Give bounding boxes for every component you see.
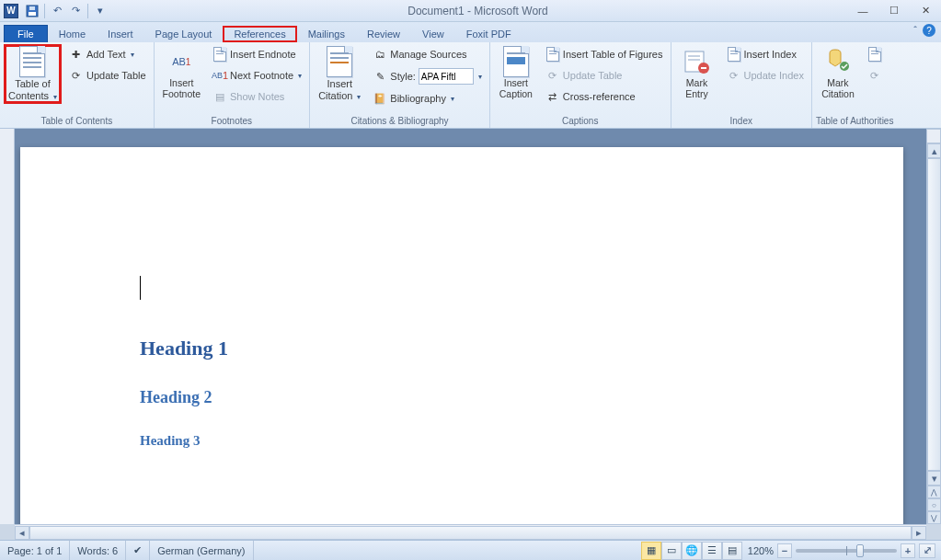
save-icon[interactable] (24, 3, 40, 19)
mark-entry-button[interactable]: Mark Entry (675, 44, 719, 102)
next-page-icon[interactable]: ⋁ (927, 511, 941, 524)
scroll-up-icon[interactable]: ▴ (927, 143, 941, 158)
table-of-contents-button[interactable]: Table of Contents ▾ (4, 44, 62, 104)
caption-icon (503, 46, 529, 77)
svg-rect-2 (29, 6, 35, 10)
ruler-toggle-button[interactable] (926, 129, 941, 143)
minimize-button[interactable]: — (847, 2, 878, 20)
zoom-in-button[interactable]: + (901, 543, 915, 558)
tab-home[interactable]: Home (48, 26, 97, 42)
title-bar: W ↶ ↷ ▾ Document1 - Microsoft Word — ☐ ✕ (0, 0, 941, 22)
tab-references[interactable]: References (223, 26, 296, 42)
style-icon: ✎ (373, 69, 387, 84)
insert-table-of-figures-button[interactable]: Insert Table of Figures (542, 44, 667, 64)
qat-customize-icon[interactable]: ▾ (92, 3, 109, 19)
bibliography-icon: 📔 (373, 91, 387, 106)
close-button[interactable]: ✕ (910, 2, 941, 20)
next-footnote-button[interactable]: AB1Next Footnote▾ (209, 65, 305, 86)
text-cursor (140, 276, 141, 300)
vertical-scrollbar[interactable]: ▴ ▾ ⋀ ○ ⋁ (926, 143, 941, 524)
vscroll-thumb[interactable] (927, 158, 941, 471)
cross-reference-button[interactable]: ⇄Cross-reference (542, 86, 667, 107)
group-captions: Insert Caption Insert Table of Figures ⟳… (490, 42, 671, 128)
undo-icon[interactable]: ↶ (49, 3, 65, 19)
minimize-ribbon-icon[interactable]: ˆ (913, 25, 917, 36)
zoom-fit-button[interactable]: ⤢ (919, 543, 935, 558)
zoom-knob[interactable] (856, 544, 864, 557)
group-table-of-contents: Table of Contents ▾ ✚Add Text▾ ⟳Update T… (0, 42, 155, 128)
heading-2-text[interactable]: Heading 2 (140, 388, 903, 407)
update-captions-button: ⟳Update Table (542, 65, 667, 86)
bibliography-button[interactable]: 📔Bibliography▾ (369, 88, 486, 109)
tab-foxit-pdf[interactable]: Foxit PDF (455, 26, 522, 42)
zoom-level[interactable]: 120% (748, 545, 774, 556)
browse-object-icon[interactable]: ○ (927, 498, 941, 511)
insert-index-button[interactable]: Insert Index (723, 44, 808, 64)
heading-1-text[interactable]: Heading 1 (140, 337, 903, 360)
quick-access-toolbar: ↶ ↷ ▾ (24, 3, 109, 19)
manage-sources-button[interactable]: 🗂Manage Sources (369, 44, 486, 64)
redo-icon[interactable]: ↷ (67, 3, 84, 19)
status-words[interactable]: Words: 6 (70, 541, 126, 560)
heading-3-text[interactable]: Heading 3 (140, 433, 903, 449)
add-text-button[interactable]: ✚Add Text▾ (65, 44, 150, 64)
hscroll-thumb[interactable] (29, 526, 912, 540)
horizontal-scrollbar[interactable]: ◂ ▸ (15, 524, 926, 540)
draft-view-icon[interactable]: ▤ (722, 542, 742, 560)
insert-endnote-button[interactable]: Insert Endnote (209, 44, 305, 64)
add-text-icon: ✚ (69, 47, 84, 62)
style-input[interactable] (419, 68, 474, 85)
document-canvas[interactable]: Heading 1 Heading 2 Heading 3 (15, 129, 926, 524)
insert-citation-button[interactable]: Insert Citation ▾ (314, 44, 365, 104)
group-footnotes: AB1 Insert Footnote Insert Endnote AB1Ne… (155, 42, 311, 128)
toa-icon (868, 47, 881, 62)
print-layout-view-icon[interactable]: ▦ (641, 542, 661, 560)
status-language[interactable]: German (Germany) (150, 541, 253, 560)
group-label-citations: Citations & Bibliography (314, 115, 486, 128)
citation-style-select[interactable]: ✎Style: ▾ (369, 65, 486, 87)
tof-icon (546, 47, 559, 62)
endnote-icon (213, 47, 226, 62)
word-app-icon: W (4, 4, 18, 18)
maximize-button[interactable]: ☐ (878, 2, 910, 20)
insert-index-icon (728, 47, 740, 62)
manage-sources-icon: 🗂 (373, 47, 387, 62)
insert-footnote-button[interactable]: AB1 Insert Footnote (158, 44, 205, 102)
help-icon[interactable]: ? (923, 24, 935, 37)
status-page[interactable]: Page: 1 of 1 (0, 541, 70, 560)
mark-entry-icon (683, 47, 712, 76)
scroll-right-icon[interactable]: ▸ (912, 526, 926, 540)
update-toa-button: ⟳ (864, 65, 886, 86)
citation-icon (327, 46, 352, 77)
full-screen-view-icon[interactable]: ▭ (661, 542, 682, 560)
tab-page-layout[interactable]: Page Layout (144, 26, 224, 42)
update-icon: ⟳ (69, 68, 84, 83)
tab-view[interactable]: View (411, 26, 455, 42)
tab-review[interactable]: Review (356, 26, 411, 42)
page-1[interactable]: Heading 1 Heading 2 Heading 3 (20, 147, 903, 524)
show-notes-icon: ▤ (212, 89, 227, 104)
update-table-button[interactable]: ⟳Update Table (65, 65, 150, 86)
svg-rect-1 (29, 12, 36, 16)
update-captions-icon: ⟳ (545, 68, 560, 83)
window-title: Document1 - Microsoft Word (109, 5, 847, 17)
web-layout-view-icon[interactable]: 🌐 (682, 542, 702, 560)
ribbon: Table of Contents ▾ ✚Add Text▾ ⟳Update T… (0, 42, 941, 129)
insert-toa-button[interactable] (864, 44, 886, 64)
mark-citation-button[interactable]: Mark Citation (816, 44, 860, 102)
status-proofing[interactable]: ✔ (126, 541, 150, 560)
scroll-left-icon[interactable]: ◂ (15, 526, 29, 540)
crossref-icon: ⇄ (545, 89, 560, 104)
group-label-authorities: Table of Authorities (816, 115, 894, 128)
insert-caption-button[interactable]: Insert Caption (494, 44, 538, 102)
zoom-slider[interactable] (796, 549, 897, 553)
tab-file[interactable]: File (4, 25, 48, 42)
outline-view-icon[interactable]: ☰ (702, 542, 722, 560)
prev-page-icon[interactable]: ⋀ (927, 486, 941, 498)
tab-mailings[interactable]: Mailings (297, 26, 356, 42)
view-buttons: ▦ ▭ 🌐 ☰ ▤ (641, 542, 742, 560)
scroll-down-icon[interactable]: ▾ (927, 471, 941, 486)
zoom-out-button[interactable]: − (777, 543, 792, 558)
tab-insert[interactable]: Insert (97, 26, 144, 42)
group-label-index: Index (675, 115, 808, 128)
